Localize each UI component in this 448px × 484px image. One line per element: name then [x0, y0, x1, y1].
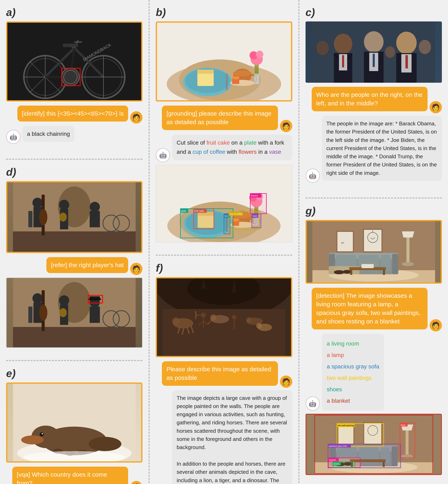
detect-shoes: shoes [327, 384, 379, 395]
section-a-label: a) [6, 6, 143, 18]
section-g-bot-row: 🤖 a living room a lamp a spacious gray s… [305, 334, 442, 411]
svg-point-69 [89, 437, 121, 451]
detect-paintings: two wall paintings [327, 372, 379, 384]
svg-point-36 [90, 202, 100, 212]
section-b-user-row: [grounding] please describe this image a… [156, 106, 292, 132]
section-b: b) [156, 6, 292, 242]
svg-point-59 [39, 304, 48, 321]
svg-point-88 [256, 51, 264, 58]
section-g-bot-avatar: 🤖 [305, 396, 320, 411]
section-e-user-bubble: [vqa] Which country does it come from? [12, 467, 128, 484]
section-d-user-bubble: [refer] the right player's hat [46, 257, 128, 273]
section-f-response-p1: The image depicts a large cave with a gr… [176, 395, 287, 451]
section-f-label: f) [156, 262, 292, 274]
section-e-user-row: [vqa] Which country does it come from? 🧑 [6, 467, 143, 484]
svg-rect-176 [312, 22, 435, 83]
svg-rect-229 [400, 423, 415, 458]
detect-blanket: a blanket [327, 395, 379, 406]
section-c-label: c) [305, 6, 442, 18]
svg-point-189 [334, 270, 344, 274]
section-g-user-avatar: 🧑 [430, 319, 442, 331]
svg-rect-27 [13, 231, 136, 252]
svg-text:art: art [341, 241, 344, 244]
svg-rect-191 [406, 237, 409, 264]
section-b-bot-row: 🤖 Cut slice of fruit cake on a plate wit… [156, 135, 292, 162]
section-f-image [156, 277, 292, 357]
section-c-response: The people in the image are: * Barack Ob… [326, 120, 437, 176]
section-c: c) [305, 6, 442, 185]
grounding-cup-coffee: cup of coffee [192, 149, 225, 155]
bike-svg: DIAMONDBACK [7, 23, 141, 100]
svg-text:two wall paintings: two wall paintings [337, 424, 355, 427]
svg-text:plate: plate [181, 209, 186, 212]
svg-rect-201 [383, 270, 385, 275]
section-c-bot-bubble: The people in the image are: * Barack Ob… [322, 116, 442, 181]
svg-point-47 [32, 293, 43, 304]
section-d-image1 [6, 181, 143, 253]
section-a-user-avatar: 🧑 [130, 111, 143, 124]
section-b-image [156, 22, 292, 101]
svg-rect-81 [226, 74, 228, 90]
svg-text:vase: vase [253, 215, 257, 217]
svg-point-66 [21, 435, 44, 444]
grounding-plate: plate [244, 140, 256, 146]
svg-rect-194 [337, 231, 353, 252]
section-b-user-bubble: [grounding] please describe this image a… [162, 106, 278, 130]
svg-point-15 [64, 70, 77, 84]
grounding-flowers: flowers [239, 149, 257, 155]
svg-rect-49 [28, 306, 32, 323]
svg-point-50 [59, 295, 69, 305]
svg-point-52 [59, 308, 67, 317]
svg-point-67 [40, 432, 44, 437]
section-d-label: d) [6, 166, 143, 178]
section-g: g) [305, 205, 442, 475]
section-d-user-row: [refer] the right player's hat 🧑 [6, 257, 143, 275]
section-g-label: g) [305, 205, 442, 217]
section-a: a) [6, 6, 143, 146]
svg-rect-44 [13, 327, 136, 347]
section-e-label: e) [6, 367, 143, 379]
svg-rect-200 [350, 270, 352, 275]
section-e: e) [6, 367, 143, 484]
svg-point-140 [246, 317, 252, 323]
svg-point-39 [39, 209, 48, 225]
svg-point-30 [32, 198, 43, 208]
svg-rect-37 [90, 211, 100, 227]
section-c-bot-row: 🤖 The people in the image are: * Barack … [305, 116, 442, 183]
section-f-bot-bubble: The image depicts a large cave with a gr… [172, 390, 292, 484]
divider-cg [305, 197, 442, 198]
divider-de [6, 360, 143, 361]
svg-rect-196 [363, 229, 382, 252]
section-f-bot-row: 🤖 The image depicts a large cave with a … [156, 390, 292, 484]
section-a-bot-bubble: a black chainring [23, 126, 74, 142]
section-c-user-row: Who are the people on the right, on the … [305, 87, 442, 113]
section-g-user-row: [detection] The image showcases a living… [305, 288, 442, 331]
svg-point-33 [59, 200, 69, 210]
detect-living-room: a living room [327, 338, 379, 349]
svg-text:flowers: flowers [251, 195, 258, 197]
section-a-image: DIAMONDBACK [6, 22, 143, 101]
section-b-grounding-image: fruit cake plate fork cup of coffee [156, 165, 292, 242]
svg-point-151 [256, 323, 262, 328]
divider-ad [6, 159, 143, 160]
section-d-image2 [6, 278, 143, 348]
section-b-user-avatar: 🧑 [280, 120, 292, 132]
svg-rect-56 [90, 306, 100, 323]
svg-point-132 [172, 318, 180, 325]
svg-marker-192 [402, 231, 414, 237]
svg-point-138 [210, 314, 216, 321]
grounding-vase: vase [269, 149, 281, 155]
svg-point-193 [402, 262, 414, 266]
section-f-user-avatar: 🧑 [280, 375, 292, 388]
svg-text:cup of coffee: cup of coffee [230, 213, 242, 215]
divider-bf [156, 255, 292, 256]
section-d: d) [6, 166, 143, 348]
section-a-bot-row: 🤖 a black chainring [6, 126, 143, 144]
svg-rect-89 [254, 74, 259, 84]
svg-rect-19 [63, 44, 78, 47]
svg-text:shoes: shoes [334, 462, 339, 465]
svg-rect-202 [361, 264, 374, 268]
svg-text:lamp: lamp [400, 424, 405, 426]
section-a-user-bubble: [identify] this {<35><45><65><70>} is [17, 106, 128, 122]
section-a-bot-avatar: 🤖 [6, 130, 20, 144]
